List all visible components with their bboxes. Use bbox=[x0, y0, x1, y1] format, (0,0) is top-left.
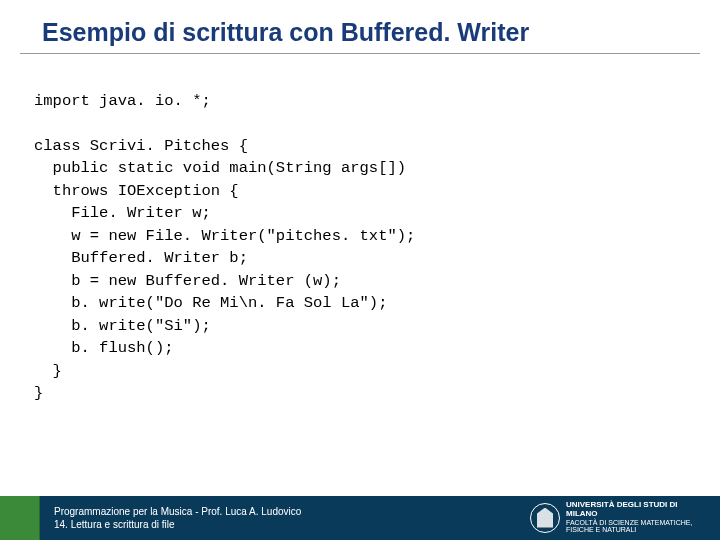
footer-accent bbox=[0, 496, 40, 540]
code-line: b. write("Si"); bbox=[34, 317, 211, 335]
footer-logo: UNIVERSITÀ DEGLI STUDI DI MILANO FACOLTÀ… bbox=[530, 501, 706, 534]
code-line: } bbox=[34, 362, 62, 380]
code-line: public static void main(String args[]) bbox=[34, 159, 406, 177]
code-line: throws IOException { bbox=[34, 182, 239, 200]
code-line: b. write("Do Re Mi\n. Fa Sol La"); bbox=[34, 294, 387, 312]
code-line: w = new File. Writer("pitches. txt"); bbox=[34, 227, 415, 245]
code-line: import java. io. *; bbox=[34, 92, 211, 110]
footer-text: Programmazione per la Musica - Prof. Luc… bbox=[40, 505, 301, 531]
code-line: b = new Buffered. Writer (w); bbox=[34, 272, 341, 290]
code-line: File. Writer w; bbox=[34, 204, 211, 222]
faculty-name-1: FACOLTÀ DI SCIENZE MATEMATICHE, bbox=[566, 519, 706, 527]
code-line: Buffered. Writer b; bbox=[34, 249, 248, 267]
faculty-name-2: FISICHE E NATURALI bbox=[566, 526, 706, 534]
footer-line1: Programmazione per la Musica - Prof. Luc… bbox=[54, 505, 301, 518]
code-example: import java. io. *; class Scrivi. Pitche… bbox=[0, 54, 720, 405]
slide-title: Esempio di scrittura con Buffered. Write… bbox=[0, 0, 720, 53]
code-line: class Scrivi. Pitches { bbox=[34, 137, 248, 155]
footer-logo-text: UNIVERSITÀ DEGLI STUDI DI MILANO FACOLTÀ… bbox=[566, 501, 706, 534]
code-line: b. flush(); bbox=[34, 339, 174, 357]
footer-line2: 14. Lettura e scrittura di file bbox=[54, 518, 301, 531]
code-line: } bbox=[34, 384, 43, 402]
university-name: UNIVERSITÀ DEGLI STUDI DI MILANO bbox=[566, 501, 706, 519]
slide-footer: Programmazione per la Musica - Prof. Luc… bbox=[0, 496, 720, 540]
university-seal-icon bbox=[530, 503, 560, 533]
